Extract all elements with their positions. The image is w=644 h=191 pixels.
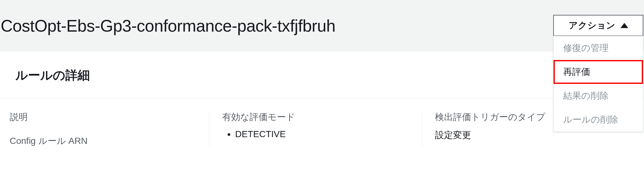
section-title: ルールの詳細 — [0, 53, 644, 98]
actions-dropdown-menu: 修復の管理 再評価 結果の削除 ルールの削除 — [553, 36, 643, 132]
evaluation-mode-list: DETECTIVE — [222, 129, 421, 139]
chevron-up-icon — [620, 23, 628, 28]
details-col-1: 説明 Config ルール ARN — [10, 111, 209, 147]
arn-label: Config ルール ARN — [10, 135, 209, 147]
rule-details-section: ルールの詳細 説明 Config ルール ARN 有効な評価モード DETECT… — [0, 53, 644, 154]
description-label: 説明 — [10, 111, 209, 123]
details-col-2: 有効な評価モード DETECTIVE — [209, 111, 421, 147]
actions-wrapper: アクション 修復の管理 再評価 結果の削除 ルールの削除 — [553, 15, 643, 132]
dropdown-item-delete-results[interactable]: 結果の削除 — [554, 84, 643, 108]
details-grid: 説明 Config ルール ARN 有効な評価モード DETECTIVE 検出評… — [0, 98, 644, 154]
evaluation-mode-label: 有効な評価モード — [222, 111, 421, 123]
page-title: CostOpt-Ebs-Gp3-conformance-pack-txfjfbr… — [1, 16, 336, 35]
dropdown-item-reevaluate[interactable]: 再評価 — [554, 60, 643, 84]
dropdown-item-delete-rule[interactable]: ルールの削除 — [554, 108, 643, 132]
evaluation-mode-value: DETECTIVE — [235, 129, 421, 139]
dropdown-item-manage-remediation[interactable]: 修復の管理 — [554, 36, 643, 60]
actions-button[interactable]: アクション — [553, 15, 643, 36]
actions-button-label: アクション — [569, 19, 615, 32]
header-region: CostOpt-Ebs-Gp3-conformance-pack-txfjfbr… — [0, 0, 644, 52]
